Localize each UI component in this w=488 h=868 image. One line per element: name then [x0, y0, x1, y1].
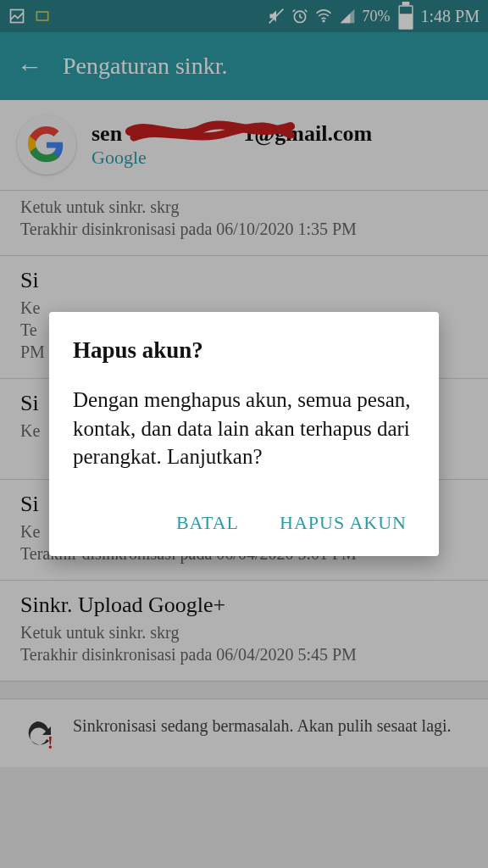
cancel-button[interactable]: BATAL	[173, 505, 242, 541]
confirm-delete-button[interactable]: HAPUS AKUN	[276, 505, 410, 541]
dialog-title: Hapus akun?	[73, 337, 415, 364]
modal-overlay[interactable]: Hapus akun? Dengan menghapus akun, semua…	[0, 0, 488, 868]
delete-account-dialog: Hapus akun? Dengan menghapus akun, semua…	[49, 312, 439, 556]
dialog-body: Dengan menghapus akun, semua pesan, kont…	[73, 386, 415, 471]
